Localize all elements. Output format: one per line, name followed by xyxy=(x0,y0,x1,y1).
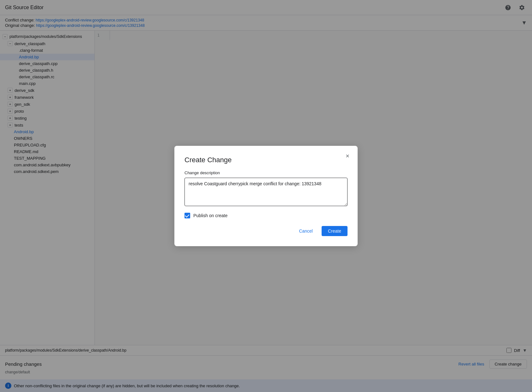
create-change-modal: × Create Change Change description resol… xyxy=(174,146,358,246)
modal-checkbox-row: Publish on create xyxy=(184,213,348,218)
publish-on-create-checkbox[interactable] xyxy=(184,213,190,218)
modal-description-input[interactable]: resolve Coastguard cherrypick merge conf… xyxy=(184,178,348,206)
modal-create-button[interactable]: Create xyxy=(322,226,348,236)
modal-close-button[interactable]: × xyxy=(342,151,353,161)
modal-overlay: × Create Change Change description resol… xyxy=(0,0,532,392)
modal-description-label: Change description xyxy=(184,170,348,175)
modal-cancel-button[interactable]: Cancel xyxy=(294,226,318,236)
modal-title: Create Change xyxy=(184,156,348,164)
modal-actions: Cancel Create xyxy=(184,226,348,236)
publish-on-create-label: Publish on create xyxy=(193,213,227,218)
